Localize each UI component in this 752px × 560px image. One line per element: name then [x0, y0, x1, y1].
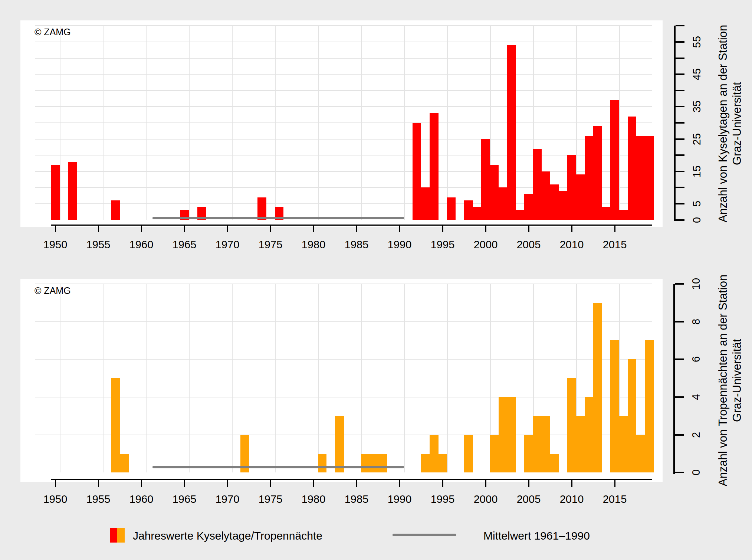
- y-tick-2: [675, 434, 684, 436]
- y-tick-label-2: 2: [690, 420, 702, 450]
- y-axis-spine: [673, 284, 675, 474]
- y-axis-title-line2: Graz-Universität: [730, 5, 744, 242]
- x-tick-label-1950: 1950: [43, 239, 68, 251]
- x-tick-label-1990: 1990: [388, 239, 412, 251]
- gridline-vertical-1985: [361, 284, 362, 473]
- x-tick-label-2015: 2015: [603, 239, 627, 251]
- gridline-vertical-1980: [318, 284, 319, 473]
- mean-line-1961-1990: [152, 466, 404, 468]
- x-tick-label-1985: 1985: [345, 493, 369, 505]
- bar-tropennächte-1995: [438, 454, 447, 473]
- gridline-y-10: [35, 284, 652, 284]
- x-tick-1960: [141, 480, 142, 487]
- bar-kyselytage-1999: [473, 207, 482, 220]
- y-tick-label-55: 55: [691, 27, 702, 57]
- y-tick-label-25: 25: [691, 124, 702, 154]
- x-tick-1980: [313, 226, 314, 232]
- x-tick-label-2010: 2010: [560, 493, 584, 505]
- x-tick-1975: [270, 226, 271, 232]
- y-tick-4: [675, 396, 684, 398]
- x-tick-label-1965: 1965: [173, 493, 197, 505]
- gridline-y-15: [35, 171, 652, 172]
- y-tick-label-0: 0: [690, 458, 702, 487]
- bar-kyselytage-2016: [619, 210, 628, 220]
- x-tick-2015: [614, 226, 615, 232]
- x-tick-label-1975: 1975: [259, 239, 283, 251]
- copyright-watermark-top: © ZAMG: [35, 27, 71, 37]
- y-axis-title-line1: Anzahl von Kyselytagen an der Station: [716, 5, 730, 242]
- bar-kyselytage-2012: [585, 136, 594, 220]
- y-tick-label-5: 5: [691, 189, 702, 219]
- y-tick-15: [676, 171, 684, 172]
- bar-tropennächte-1986: [361, 454, 370, 473]
- bar-kyselytage-2000: [481, 139, 490, 220]
- bar-tropennächte-2006: [533, 416, 542, 473]
- y-tick-label-6: 6: [690, 344, 702, 374]
- bar-kyselytage-1996: [447, 197, 456, 220]
- y-axis-title-line2: Graz-Universität: [730, 262, 744, 499]
- x-tick-2015: [614, 480, 615, 487]
- x-tick-1950: [55, 226, 56, 232]
- x-tick-label-1965: 1965: [173, 239, 197, 251]
- x-tick-1975: [270, 480, 271, 487]
- y-tick-35: [676, 106, 684, 107]
- bar-kyselytage-2017: [628, 117, 637, 220]
- x-tick-1960: [141, 226, 142, 232]
- x-tick-1985: [356, 226, 357, 232]
- x-tick-label-2015: 2015: [603, 493, 627, 505]
- x-tick-1955: [98, 480, 99, 487]
- gridline-y-25: [35, 139, 652, 140]
- y-tick-label-10: 10: [690, 269, 702, 299]
- gridline-y-8: [35, 321, 652, 322]
- y-tick-label-45: 45: [691, 59, 702, 89]
- x-tick-2010: [571, 480, 572, 487]
- gridline-y-40: [35, 90, 652, 91]
- x-tick-label-1975: 1975: [259, 493, 283, 505]
- x-tick-1995: [442, 480, 443, 487]
- bar-tropennächte-2011: [576, 416, 585, 473]
- y-tick-0: [675, 472, 684, 473]
- bar-tropennächte-2017: [628, 359, 637, 472]
- bar-tropennächte-2012: [585, 397, 594, 472]
- x-tick-label-2010: 2010: [560, 239, 584, 251]
- y-tick-50: [676, 58, 684, 59]
- gridline-vertical-1990: [404, 284, 405, 473]
- x-tick-label-2005: 2005: [517, 239, 541, 251]
- y-tick-5: [676, 203, 684, 204]
- bar-tropennächte-2019: [645, 340, 654, 472]
- bar-kyselytage-1952: [68, 162, 77, 220]
- x-tick-1970: [227, 480, 228, 487]
- gridline-vertical-1970: [232, 284, 233, 473]
- bar-kyselytage-2010: [567, 155, 576, 220]
- bar-kyselytage-2014: [602, 207, 611, 220]
- bar-kyselytage-2006: [533, 149, 542, 220]
- bar-tropennächte-1958: [120, 454, 129, 473]
- y-tick-25: [676, 138, 684, 140]
- bar-tropennächte-1987: [370, 454, 378, 473]
- zamg-climate-chart-page: 1950195519601965197019751980198519901995…: [0, 0, 752, 560]
- y-tick-6: [675, 358, 684, 360]
- legend-series-label: Jahreswerte Kyselytage/Tropennächte: [133, 530, 322, 542]
- x-tick-label-1970: 1970: [216, 493, 240, 505]
- bar-tropennächte-1988: [378, 454, 387, 473]
- x-tick-1970: [227, 226, 228, 232]
- bar-tropennächte-1993: [421, 454, 430, 473]
- bar-kyselytage-2009: [559, 191, 568, 220]
- x-tick-label-1980: 1980: [302, 239, 326, 251]
- bar-kyselytage-2018: [636, 136, 645, 220]
- legend-mean-label: Mittelwert 1961–1990: [483, 530, 590, 542]
- gridline-y-6: [35, 359, 652, 360]
- bar-kyselytage-2015: [610, 100, 619, 220]
- legend-mean-line: [393, 534, 456, 536]
- x-tick-1985: [356, 480, 357, 487]
- x-tick-label-1960: 1960: [129, 493, 154, 505]
- y-tick-60: [676, 25, 684, 26]
- y-tick-55: [676, 41, 684, 43]
- x-tick-label-1955: 1955: [86, 493, 111, 505]
- x-tick-label-1950: 1950: [43, 493, 68, 505]
- bar-tropennächte-2003: [507, 397, 516, 472]
- x-tick-label-1985: 1985: [345, 239, 369, 251]
- bar-tropennächte-1981: [318, 454, 327, 473]
- bar-tropennächte-1957: [111, 378, 120, 472]
- x-tick-label-1995: 1995: [431, 239, 455, 251]
